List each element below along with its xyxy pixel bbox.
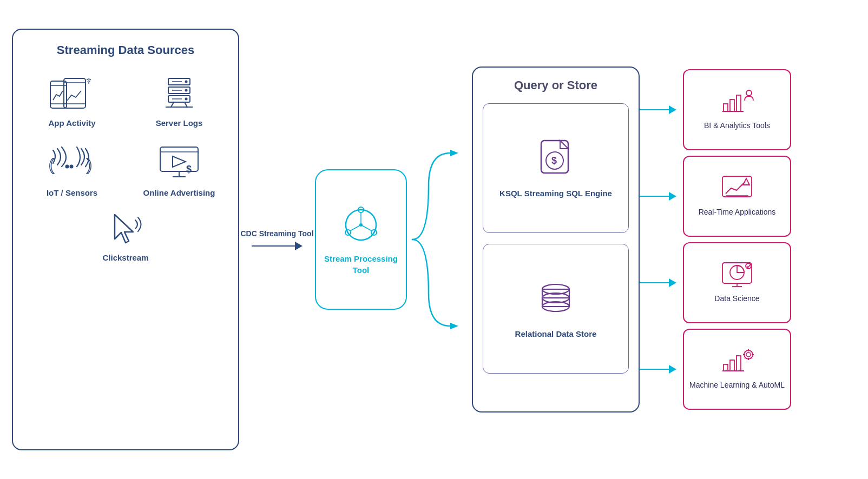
stream-processing-box: Stream Processing Tool xyxy=(315,169,407,310)
ml-arrow-head xyxy=(669,365,676,374)
cdc-section: CDC Streaming Tool xyxy=(239,229,315,250)
cdc-arrow-head xyxy=(295,242,303,250)
clickstream-label: Clickstream xyxy=(102,252,148,263)
sources-title: Streaming Data Sources xyxy=(24,43,227,58)
realtime-arrow-head xyxy=(669,192,676,201)
svg-rect-49 xyxy=(730,99,734,111)
bi-arrow-line xyxy=(640,109,669,111)
svg-marker-27 xyxy=(173,156,186,167)
iot-icon: ( ) xyxy=(48,144,96,182)
output-row-bi: BI & Analytics Tools xyxy=(640,69,791,150)
bi-icon xyxy=(721,88,753,115)
bi-label: BI & Analytics Tools xyxy=(704,121,770,131)
clickstream-icon xyxy=(101,209,150,247)
bi-arrow-head xyxy=(669,105,676,114)
datascience-arrow-head xyxy=(669,278,676,287)
svg-point-52 xyxy=(746,90,752,96)
ksql-label: KSQL Streaming SQL Engine xyxy=(499,188,612,199)
svg-rect-48 xyxy=(724,104,728,111)
svg-text:$: $ xyxy=(186,164,192,175)
stream-processing-label: Stream Processing Tool xyxy=(316,253,406,276)
output-box-ml: Machine Learning & AutoML xyxy=(683,329,791,410)
cdc-label: CDC Streaming Tool xyxy=(240,229,313,238)
realtime-label: Real-Time Applications xyxy=(699,207,776,218)
sources-grid: App Activity xyxy=(24,75,227,198)
relational-label: Relational Data Store xyxy=(515,328,597,340)
svg-text:$: $ xyxy=(551,155,557,166)
datascience-arrow xyxy=(640,278,683,287)
svg-rect-50 xyxy=(737,95,741,111)
bi-arrow xyxy=(640,105,683,114)
output-row-datascience: Data Science xyxy=(640,242,791,323)
source-item-iot: ( ) IoT / Sensors xyxy=(24,144,120,198)
source-item-clickstream: Clickstream xyxy=(24,209,227,263)
query-store-box: Query or Store $ KSQL Streaming SQL Engi… xyxy=(472,66,640,413)
server-logs-icon xyxy=(155,75,203,112)
source-item-advertising: $ Online Advertising xyxy=(131,144,227,198)
cdc-arrow-line xyxy=(252,245,295,247)
svg-point-10 xyxy=(185,81,188,83)
query-store-title: Query or Store xyxy=(481,78,630,92)
svg-point-12 xyxy=(185,98,188,101)
advertising-label: Online Advertising xyxy=(143,188,215,198)
output-box-bi: BI & Analytics Tools xyxy=(683,69,791,150)
svg-point-37 xyxy=(359,223,363,227)
svg-marker-29 xyxy=(115,215,133,243)
svg-text:(: ( xyxy=(49,156,54,174)
svg-line-17 xyxy=(185,102,187,107)
svg-marker-38 xyxy=(450,150,458,156)
ml-label: Machine Learning & AutoML xyxy=(689,380,785,391)
relational-box: Relational Data Store xyxy=(483,244,629,374)
svg-point-19 xyxy=(65,164,69,168)
svg-point-6 xyxy=(88,82,89,83)
sources-box: Streaming Data Sources xyxy=(12,29,239,450)
realtime-arrow-line xyxy=(640,196,669,197)
ksql-icon: $ xyxy=(534,138,577,181)
datascience-icon xyxy=(721,261,753,288)
datascience-label: Data Science xyxy=(714,294,759,304)
cdc-arrow xyxy=(252,242,303,250)
server-logs-label: Server Logs xyxy=(156,118,203,129)
svg-rect-62 xyxy=(730,360,734,371)
output-row-ml: Machine Learning & AutoML xyxy=(640,329,791,410)
right-section: Query or Store $ KSQL Streaming SQL Engi… xyxy=(472,66,791,413)
ml-arrow xyxy=(640,365,683,374)
advertising-icon: $ xyxy=(155,144,203,182)
svg-rect-53 xyxy=(722,176,752,197)
app-activity-icon xyxy=(48,75,96,112)
output-row-realtime: Real-Time Applications xyxy=(640,156,791,237)
realtime-arrow xyxy=(640,192,683,201)
relational-icon xyxy=(534,278,577,322)
app-activity-label: App Activity xyxy=(49,118,96,129)
svg-point-58 xyxy=(746,263,751,269)
source-item-app-activity: App Activity xyxy=(24,75,120,129)
ml-arrow-line xyxy=(640,369,669,370)
datascience-arrow-line xyxy=(640,282,669,284)
curly-brace-section xyxy=(407,77,472,402)
output-section: BI & Analytics Tools xyxy=(640,66,791,413)
ksql-box: $ KSQL Streaming SQL Engine xyxy=(483,103,629,233)
svg-line-36 xyxy=(350,225,361,231)
svg-text:): ) xyxy=(87,156,92,174)
realtime-icon xyxy=(721,175,753,202)
stream-processing-icon xyxy=(339,203,383,247)
output-box-realtime: Real-Time Applications xyxy=(683,156,791,237)
main-diagram: Streaming Data Sources xyxy=(12,7,856,472)
svg-point-66 xyxy=(746,352,751,357)
svg-line-35 xyxy=(361,225,372,231)
svg-rect-63 xyxy=(737,356,741,371)
iot-label: IoT / Sensors xyxy=(47,188,97,198)
ml-icon xyxy=(721,348,753,375)
output-box-datascience: Data Science xyxy=(683,242,791,323)
source-item-server-logs: Server Logs xyxy=(131,75,227,129)
svg-point-20 xyxy=(70,164,74,168)
svg-marker-39 xyxy=(450,323,458,329)
svg-line-16 xyxy=(171,102,174,107)
svg-rect-61 xyxy=(724,364,728,371)
svg-point-11 xyxy=(185,89,188,92)
svg-marker-55 xyxy=(743,178,749,185)
